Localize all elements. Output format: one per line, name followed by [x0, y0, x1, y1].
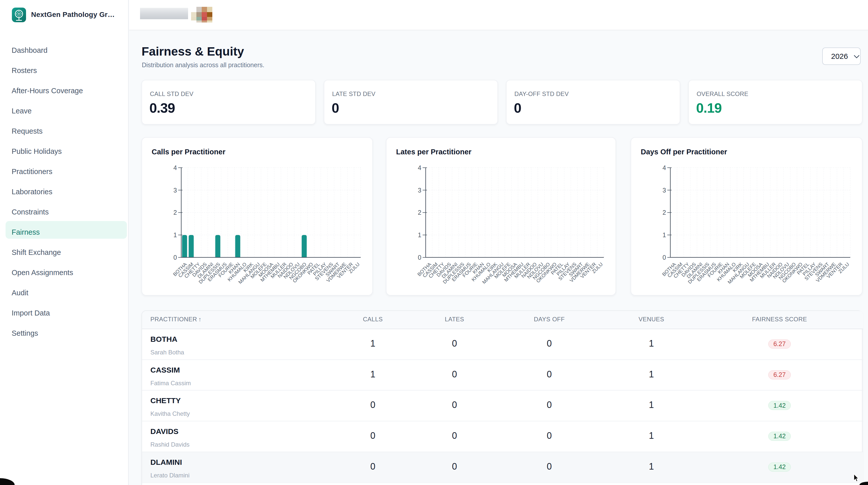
- svg-text:0: 0: [418, 254, 421, 261]
- svg-text:0: 0: [662, 254, 666, 261]
- svg-text:3: 3: [662, 187, 666, 194]
- svg-text:1: 1: [174, 231, 177, 238]
- svg-text:2: 2: [662, 209, 666, 216]
- svg-text:4: 4: [662, 164, 666, 171]
- svg-text:1: 1: [662, 231, 666, 238]
- svg-text:3: 3: [418, 187, 421, 194]
- svg-text:3: 3: [174, 187, 177, 194]
- svg-text:4: 4: [418, 164, 421, 171]
- svg-text:2: 2: [174, 209, 177, 216]
- svg-text:1: 1: [418, 231, 421, 238]
- svg-text:0: 0: [174, 254, 177, 261]
- svg-text:2: 2: [418, 209, 421, 216]
- svg-text:4: 4: [174, 164, 177, 171]
